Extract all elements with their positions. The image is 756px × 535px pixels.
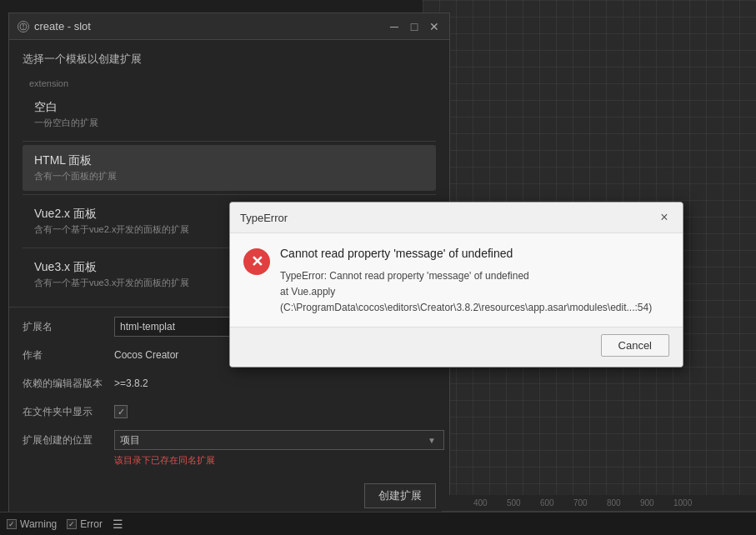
dialog-body: ✕ Cannot read property 'message' of unde… — [230, 233, 683, 327]
error-dialog: TypeError × ✕ Cannot read property 'mess… — [229, 202, 683, 368]
dialog-footer: Cancel — [230, 327, 683, 367]
dialog-cancel-button[interactable]: Cancel — [601, 334, 669, 357]
dialog-close-button[interactable]: × — [656, 209, 673, 226]
dialog-title: TypeError — [240, 212, 288, 224]
dialog-content: Cannot read property 'message' of undefi… — [280, 247, 669, 317]
error-icon: ✕ — [243, 248, 270, 275]
detail-line2: at Vue.apply — [280, 286, 335, 298]
dialog-titlebar: TypeError × — [230, 202, 683, 233]
dialog-overlay: TypeError × ✕ Cannot read property 'mess… — [0, 0, 756, 535]
dialog-detail: TypeError: Cannot read property 'message… — [280, 268, 669, 317]
dialog-main-message: Cannot read property 'message' of undefi… — [280, 247, 669, 260]
detail-line1: TypeError: Cannot read property 'message… — [280, 270, 529, 282]
detail-line3: (C:\ProgramData\cocos\editors\Creator\3.… — [280, 302, 652, 313]
